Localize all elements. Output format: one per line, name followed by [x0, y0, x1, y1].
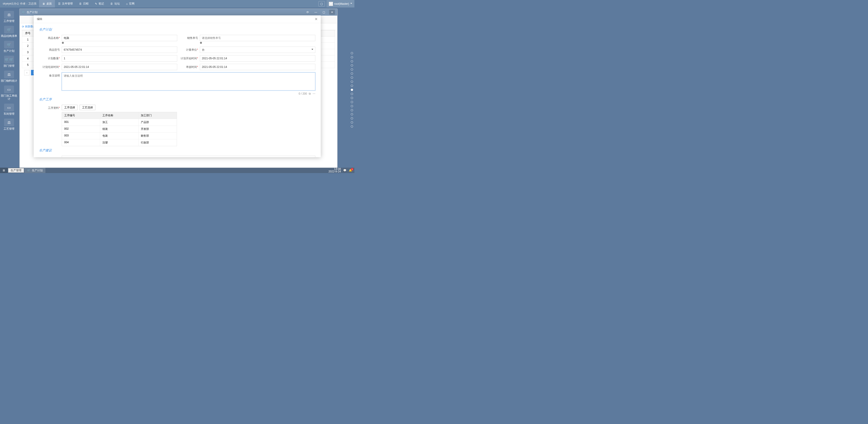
brand-text: skyeye云办公 作者：卫志强 [0, 2, 39, 6]
col-proc-no: 工序编号 [62, 112, 100, 119]
pager-prev[interactable]: ‹ [24, 70, 30, 75]
nav-dot[interactable] [351, 52, 353, 54]
sales-order-field[interactable] [200, 35, 315, 41]
window-close-icon[interactable]: ✕ [329, 10, 335, 15]
window-refresh-icon[interactable]: ⟳ [305, 10, 311, 15]
desk-icon-dept-mgmt[interactable]: 🛒🛒部门管理 [0, 56, 18, 67]
col-proc-name: 工序名称 [100, 112, 138, 119]
cart-icon: 🛒 [27, 169, 31, 172]
modal-close-icon[interactable]: ✕ [315, 17, 318, 21]
tray-square-icon[interactable]: ▢ [318, 1, 325, 6]
process-table: 工序编号 工序名称 加工部门 001加工产品部 002组装开发部 003包装财务… [62, 112, 177, 146]
menu-notes[interactable]: ✎笔记 [92, 0, 107, 7]
menu-desktop[interactable]: 🖥桌面 [39, 0, 55, 7]
user-menu[interactable]: root(Master) [327, 0, 354, 7]
col-index: 序号 [22, 31, 33, 35]
desk-icon-workshop[interactable]: ▭车间管理 [0, 104, 18, 115]
chevron-down-icon [350, 2, 352, 5]
taskbar: ⊞ 生产管理 🛒生产计划 14:082022-9-24 💬 🔔1 [0, 168, 354, 173]
notification-badge: 1 [351, 168, 353, 171]
chevron-down-icon [311, 48, 313, 51]
window-minimize-icon[interactable]: — [313, 10, 319, 15]
section-process: 生产工序 [39, 97, 315, 102]
char-counter: 0 / 200⧉⋯ [62, 92, 315, 95]
desktop-icon-column: ⚖工序管理 🛒商品结构清单 🛒生产计划 🛒🛒部门管理 ⚖部门物料统计 ▭部门加工… [0, 8, 18, 134]
dots-icon[interactable]: ⋯ [313, 92, 315, 95]
unit-select[interactable]: 台 [200, 47, 315, 53]
menu-schedule[interactable]: 🗓日程 [76, 0, 92, 7]
cart-icon: 🛒 [22, 11, 25, 14]
desk-icon-dept-workorders[interactable]: ▭部门加工单统计 [0, 86, 18, 101]
taskbar-tab-prodplan[interactable]: 🛒生产计划 [24, 168, 45, 173]
product-name-field[interactable] [62, 35, 177, 41]
qty-field[interactable] [62, 55, 177, 61]
col-proc-dept: 加工部门 [138, 112, 177, 119]
plus-circle-icon[interactable]: ⊕ [62, 41, 64, 44]
menu-forum[interactable]: 🗓论坛 [107, 0, 123, 7]
start-button[interactable]: ⊞ [0, 168, 8, 173]
model-field[interactable] [62, 47, 177, 53]
notification-icon[interactable]: 🔔1 [349, 169, 352, 172]
proc-select-button[interactable]: 工序选择 [62, 105, 78, 110]
start-time-field[interactable] [200, 55, 315, 61]
remark-textarea[interactable] [62, 73, 315, 90]
right-nav-dots [351, 52, 353, 128]
desk-icon-craft[interactable]: ⚖工艺管理 [0, 118, 18, 130]
window-maximize-icon[interactable]: ▢ [321, 10, 327, 15]
refresh-icon: ⟳ [22, 25, 24, 28]
avatar-icon [329, 2, 333, 6]
menu-home[interactable]: ⌂官网 [123, 0, 138, 7]
desk-icon-dept-materials[interactable]: ⚖部门物料统计 [0, 70, 18, 82]
plan-select[interactable]: 电脑方案一 [62, 156, 315, 157]
proc-row[interactable]: 004注塑行政部 [62, 139, 177, 146]
copy-icon[interactable]: ⧉ [309, 92, 311, 95]
desk-icon-process-mgmt[interactable]: ⚖工序管理 [0, 11, 18, 23]
window-titlebar[interactable]: 🛒生产计划 ⟳ — ▢ ✕ [20, 9, 337, 16]
edit-modal: 编辑 ✕ 生产计划 商品名称* ⊕ 销售单号 ⊕ 商品型号 计量单位* 台 [34, 16, 321, 157]
craft-select-button[interactable]: 工艺选择 [80, 105, 95, 110]
desk-icon-bom[interactable]: 🛒商品结构清单 [0, 26, 18, 37]
end-time-field[interactable] [62, 64, 177, 70]
taskbar-segment[interactable]: 生产管理 [8, 168, 24, 173]
top-menu-bar: skyeye云办公 作者：卫志强 🖥桌面 ☰文件管理 🗓日程 ✎笔记 🗓论坛 ⌂… [0, 0, 354, 7]
proc-row[interactable]: 002组装开发部 [62, 125, 177, 132]
modal-title: 编辑 [37, 17, 42, 21]
modal-header: 编辑 ✕ [34, 16, 321, 23]
section-suggest: 生产建议 [39, 148, 315, 152]
plus-circle-icon[interactable]: ⊕ [200, 41, 202, 44]
section-plan: 生产计划 [39, 28, 315, 32]
menu-files[interactable]: ☰文件管理 [55, 0, 76, 7]
nav-dot-active[interactable] [351, 89, 353, 91]
clock: 14:082022-9-24 [329, 168, 341, 173]
proc-row[interactable]: 001加工产品部 [62, 119, 177, 125]
proc-row[interactable]: 003包装财务部 [62, 132, 177, 139]
desk-icon-prod-plan[interactable]: 🛒生产计划 [0, 41, 18, 53]
doc-time-field[interactable] [200, 64, 315, 70]
chat-icon[interactable]: 💬 [343, 169, 346, 172]
